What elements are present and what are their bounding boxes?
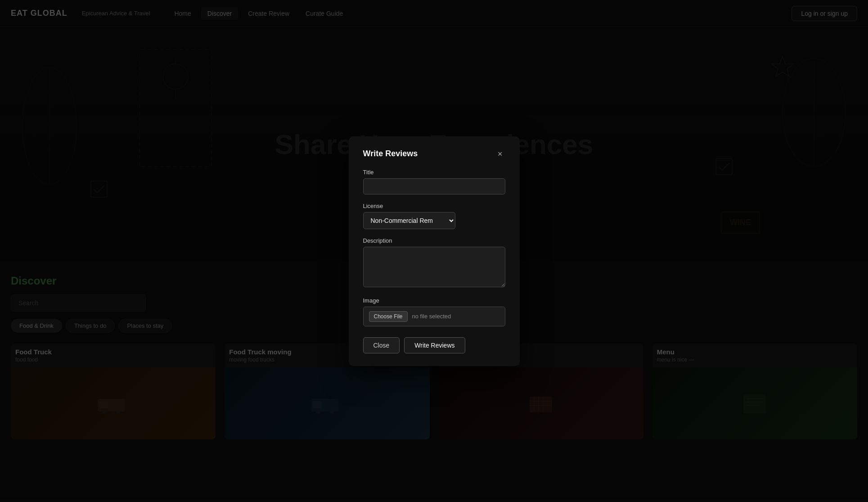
description-label: Description bbox=[363, 237, 505, 244]
modal-title: Write Reviews bbox=[363, 149, 418, 158]
file-input-wrapper: Choose File no file selected bbox=[363, 307, 505, 326]
title-field-group: Title bbox=[363, 169, 505, 194]
close-button[interactable]: Close bbox=[363, 337, 400, 353]
title-input[interactable] bbox=[363, 178, 505, 194]
modal-close-button[interactable]: × bbox=[495, 149, 505, 159]
image-label: Image bbox=[363, 297, 505, 304]
write-reviews-modal: Write Reviews × Title License Non-Commer… bbox=[349, 136, 520, 366]
title-label: Title bbox=[363, 169, 505, 176]
choose-file-button[interactable]: Choose File bbox=[369, 311, 408, 322]
file-no-selected-label: no file selected bbox=[412, 313, 451, 320]
license-label: License bbox=[363, 203, 505, 209]
modal-header: Write Reviews × bbox=[363, 149, 505, 159]
write-reviews-button[interactable]: Write Reviews bbox=[404, 337, 465, 353]
modal-overlay: Write Reviews × Title License Non-Commer… bbox=[0, 0, 868, 502]
license-select[interactable]: Non-Commercial Rem Creative Commons Publ… bbox=[363, 212, 455, 229]
description-textarea[interactable] bbox=[363, 247, 505, 287]
modal-actions: Close Write Reviews bbox=[363, 337, 505, 353]
description-field-group: Description bbox=[363, 237, 505, 289]
license-field-group: License Non-Commercial Rem Creative Comm… bbox=[363, 203, 505, 229]
image-field-group: Image Choose File no file selected bbox=[363, 297, 505, 326]
